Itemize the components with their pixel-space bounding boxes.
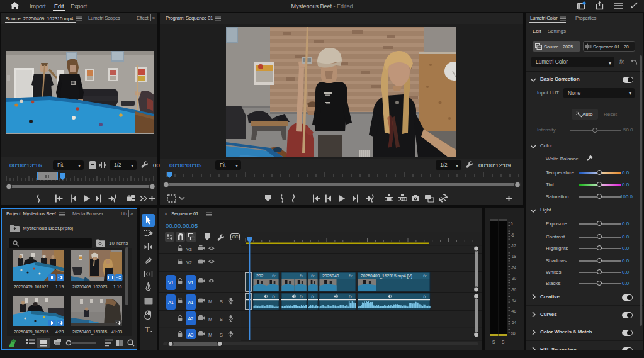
svg-text:A2: A2 [188,316,194,322]
svg-text:fx: fx [300,294,303,299]
svg-text:-12: -12 [511,243,517,248]
svg-text:V1: V1 [188,280,194,286]
svg-text:M: M [208,332,212,338]
svg-text:-18: -18 [511,254,517,259]
svg-text:A1: A1 [168,299,174,305]
svg-text:A3: A3 [188,332,194,338]
svg-text:fx: fx [272,294,276,299]
svg-text:0: 0 [511,221,513,226]
svg-text:V2: V2 [186,260,192,266]
svg-text:202...: 202... [256,274,267,278]
svg-text:V1: V1 [168,280,174,286]
svg-text:-48: -48 [511,309,517,313]
svg-text:S: S [220,332,223,338]
svg-text:20250409_162315.mp4 [V]: 20250409_162315.mp4 [V] [361,274,412,279]
svg-text:2025040...: 2025040... [322,274,342,278]
svg-text:fx: fx [300,274,303,278]
svg-text:dB: dB [511,331,516,335]
svg-text:fx: fx [423,274,427,278]
svg-text:S: S [220,299,223,305]
svg-text:S: S [492,340,495,344]
svg-text:M: M [208,316,212,322]
svg-text:-54: -54 [511,320,517,325]
svg-text:S: S [502,340,505,344]
svg-text:V3: V3 [186,247,192,252]
svg-text:-30: -30 [511,276,517,281]
svg-text:fx: fx [311,294,315,299]
svg-text:M: M [208,299,212,305]
svg-text:fx: fx [311,274,315,278]
svg-text:A1: A1 [188,299,194,305]
svg-text:-36: -36 [511,288,517,292]
svg-text:CC: CC [232,235,239,239]
svg-text:fx: fx [423,294,427,299]
svg-text:-24: -24 [511,266,517,270]
svg-text:fx: fx [349,294,353,299]
svg-text:S: S [220,316,223,322]
svg-text:-42: -42 [511,298,517,303]
svg-text:T: T [145,325,150,333]
svg-text:-6: -6 [511,233,514,237]
svg-text:fx: fx [349,274,353,278]
svg-text:fx: fx [272,274,276,278]
